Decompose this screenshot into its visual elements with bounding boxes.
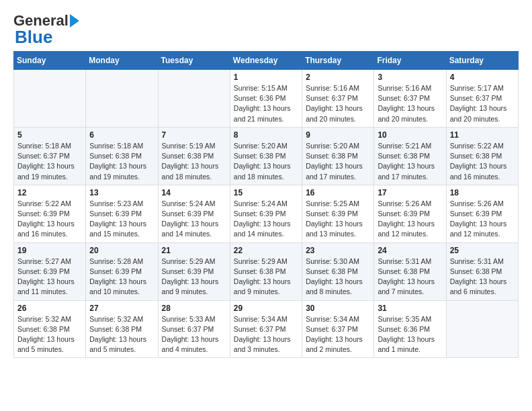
day-info: Sunrise: 5:23 AM Sunset: 6:39 PM Dayligh… — [89, 199, 154, 240]
day-number: 12 — [17, 188, 82, 197]
calendar-cell: 25Sunrise: 5:31 AM Sunset: 6:38 PM Dayli… — [446, 242, 518, 300]
day-info: Sunrise: 5:33 AM Sunset: 6:37 PM Dayligh… — [162, 314, 226, 355]
day-info: Sunrise: 5:16 AM Sunset: 6:37 PM Dayligh… — [306, 83, 370, 124]
calendar-cell: 5Sunrise: 5:18 AM Sunset: 6:37 PM Daylig… — [14, 127, 86, 185]
calendar-cell — [446, 300, 518, 358]
day-info: Sunrise: 5:30 AM Sunset: 6:38 PM Dayligh… — [306, 257, 370, 298]
calendar-cell: 9Sunrise: 5:20 AM Sunset: 6:38 PM Daylig… — [302, 127, 374, 185]
day-info: Sunrise: 5:29 AM Sunset: 6:38 PM Dayligh… — [234, 257, 298, 298]
day-number: 29 — [234, 304, 298, 313]
column-header-monday: Monday — [86, 52, 158, 70]
calendar-cell: 4Sunrise: 5:17 AM Sunset: 6:37 PM Daylig… — [446, 70, 518, 128]
day-number: 31 — [378, 304, 442, 313]
day-info: Sunrise: 5:15 AM Sunset: 6:36 PM Dayligh… — [234, 83, 298, 124]
calendar-cell: 28Sunrise: 5:33 AM Sunset: 6:37 PM Dayli… — [158, 300, 230, 358]
day-info: Sunrise: 5:22 AM Sunset: 6:39 PM Dayligh… — [17, 199, 82, 240]
calendar-cell: 2Sunrise: 5:16 AM Sunset: 6:37 PM Daylig… — [302, 70, 374, 128]
day-info: Sunrise: 5:20 AM Sunset: 6:38 PM Dayligh… — [234, 141, 298, 182]
day-number: 16 — [306, 188, 370, 197]
calendar-cell: 22Sunrise: 5:29 AM Sunset: 6:38 PM Dayli… — [230, 242, 302, 300]
calendar-cell: 6Sunrise: 5:18 AM Sunset: 6:38 PM Daylig… — [86, 127, 158, 185]
calendar-cell — [86, 70, 158, 128]
day-number: 2 — [306, 73, 370, 82]
column-header-sunday: Sunday — [14, 52, 86, 70]
calendar-cell: 1Sunrise: 5:15 AM Sunset: 6:36 PM Daylig… — [230, 70, 302, 128]
calendar-cell: 23Sunrise: 5:30 AM Sunset: 6:38 PM Dayli… — [302, 242, 374, 300]
day-info: Sunrise: 5:17 AM Sunset: 6:37 PM Dayligh… — [450, 83, 515, 124]
day-number: 26 — [17, 304, 82, 313]
day-info: Sunrise: 5:29 AM Sunset: 6:39 PM Dayligh… — [162, 257, 226, 298]
day-info: Sunrise: 5:34 AM Sunset: 6:37 PM Dayligh… — [306, 314, 370, 355]
day-number: 14 — [162, 188, 226, 197]
calendar-cell: 10Sunrise: 5:21 AM Sunset: 6:38 PM Dayli… — [374, 127, 446, 185]
day-number: 27 — [89, 304, 154, 313]
calendar-cell: 29Sunrise: 5:34 AM Sunset: 6:37 PM Dayli… — [230, 300, 302, 358]
day-number: 21 — [162, 246, 226, 255]
day-number: 25 — [450, 246, 515, 255]
calendar-cell: 18Sunrise: 5:26 AM Sunset: 6:39 PM Dayli… — [446, 185, 518, 242]
day-info: Sunrise: 5:27 AM Sunset: 6:39 PM Dayligh… — [17, 257, 82, 298]
column-header-friday: Friday — [374, 52, 446, 70]
day-number: 17 — [378, 188, 442, 197]
calendar-cell: 3Sunrise: 5:16 AM Sunset: 6:37 PM Daylig… — [374, 70, 446, 128]
calendar-cell: 16Sunrise: 5:25 AM Sunset: 6:39 PM Dayli… — [302, 185, 374, 242]
calendar-cell: 12Sunrise: 5:22 AM Sunset: 6:39 PM Dayli… — [14, 185, 86, 242]
day-info: Sunrise: 5:28 AM Sunset: 6:39 PM Dayligh… — [89, 257, 154, 298]
calendar-cell: 21Sunrise: 5:29 AM Sunset: 6:39 PM Dayli… — [158, 242, 230, 300]
day-info: Sunrise: 5:34 AM Sunset: 6:37 PM Dayligh… — [234, 314, 298, 355]
calendar-cell: 31Sunrise: 5:35 AM Sunset: 6:36 PM Dayli… — [374, 300, 446, 358]
day-info: Sunrise: 5:31 AM Sunset: 6:38 PM Dayligh… — [378, 257, 442, 298]
calendar-cell: 11Sunrise: 5:22 AM Sunset: 6:38 PM Dayli… — [446, 127, 518, 185]
calendar-cell: 26Sunrise: 5:32 AM Sunset: 6:38 PM Dayli… — [14, 300, 86, 358]
column-header-wednesday: Wednesday — [230, 52, 302, 70]
day-number: 9 — [306, 130, 370, 140]
day-info: Sunrise: 5:32 AM Sunset: 6:38 PM Dayligh… — [17, 314, 82, 355]
day-number: 24 — [378, 246, 442, 255]
day-number: 13 — [89, 188, 154, 197]
calendar-cell: 8Sunrise: 5:20 AM Sunset: 6:38 PM Daylig… — [230, 127, 302, 185]
calendar-cell: 14Sunrise: 5:24 AM Sunset: 6:39 PM Dayli… — [158, 185, 230, 242]
column-header-saturday: Saturday — [446, 52, 518, 70]
day-number: 19 — [17, 246, 82, 255]
column-header-thursday: Thursday — [302, 52, 374, 70]
day-info: Sunrise: 5:18 AM Sunset: 6:38 PM Dayligh… — [89, 141, 154, 182]
page-header: General Blue — [13, 13, 519, 46]
day-number: 8 — [234, 130, 298, 140]
day-number: 10 — [378, 130, 442, 140]
day-number: 7 — [162, 130, 226, 140]
day-number: 3 — [378, 73, 442, 82]
logo: General Blue — [13, 13, 79, 46]
calendar-cell: 7Sunrise: 5:19 AM Sunset: 6:38 PM Daylig… — [158, 127, 230, 185]
calendar-table: SundayMondayTuesdayWednesdayThursdayFrid… — [13, 51, 519, 358]
logo-arrow-icon — [70, 14, 79, 28]
day-number: 23 — [306, 246, 370, 255]
day-number: 20 — [89, 246, 154, 255]
day-number: 4 — [450, 73, 515, 82]
calendar-cell: 19Sunrise: 5:27 AM Sunset: 6:39 PM Dayli… — [14, 242, 86, 300]
calendar-cell — [14, 70, 86, 128]
calendar-cell: 13Sunrise: 5:23 AM Sunset: 6:39 PM Dayli… — [86, 185, 158, 242]
day-info: Sunrise: 5:18 AM Sunset: 6:37 PM Dayligh… — [17, 141, 82, 182]
day-info: Sunrise: 5:24 AM Sunset: 6:39 PM Dayligh… — [234, 199, 298, 240]
day-info: Sunrise: 5:20 AM Sunset: 6:38 PM Dayligh… — [306, 141, 370, 182]
day-info: Sunrise: 5:26 AM Sunset: 6:39 PM Dayligh… — [450, 199, 515, 240]
day-number: 18 — [450, 188, 515, 197]
day-info: Sunrise: 5:31 AM Sunset: 6:38 PM Dayligh… — [450, 257, 515, 298]
day-info: Sunrise: 5:19 AM Sunset: 6:38 PM Dayligh… — [162, 141, 226, 182]
logo-blue-text: Blue — [15, 28, 52, 46]
calendar-cell: 15Sunrise: 5:24 AM Sunset: 6:39 PM Dayli… — [230, 185, 302, 242]
day-info: Sunrise: 5:22 AM Sunset: 6:38 PM Dayligh… — [450, 141, 515, 182]
day-number: 6 — [89, 130, 154, 140]
calendar-cell: 30Sunrise: 5:34 AM Sunset: 6:37 PM Dayli… — [302, 300, 374, 358]
calendar-cell: 20Sunrise: 5:28 AM Sunset: 6:39 PM Dayli… — [86, 242, 158, 300]
calendar-cell: 17Sunrise: 5:26 AM Sunset: 6:39 PM Dayli… — [374, 185, 446, 242]
day-info: Sunrise: 5:24 AM Sunset: 6:39 PM Dayligh… — [162, 199, 226, 240]
day-number: 28 — [162, 304, 226, 313]
day-number: 5 — [17, 130, 82, 140]
calendar-cell: 24Sunrise: 5:31 AM Sunset: 6:38 PM Dayli… — [374, 242, 446, 300]
day-info: Sunrise: 5:35 AM Sunset: 6:36 PM Dayligh… — [378, 314, 442, 355]
logo-general-text: General — [13, 13, 69, 28]
day-number: 30 — [306, 304, 370, 313]
day-number: 1 — [234, 73, 298, 82]
calendar-cell — [158, 70, 230, 128]
